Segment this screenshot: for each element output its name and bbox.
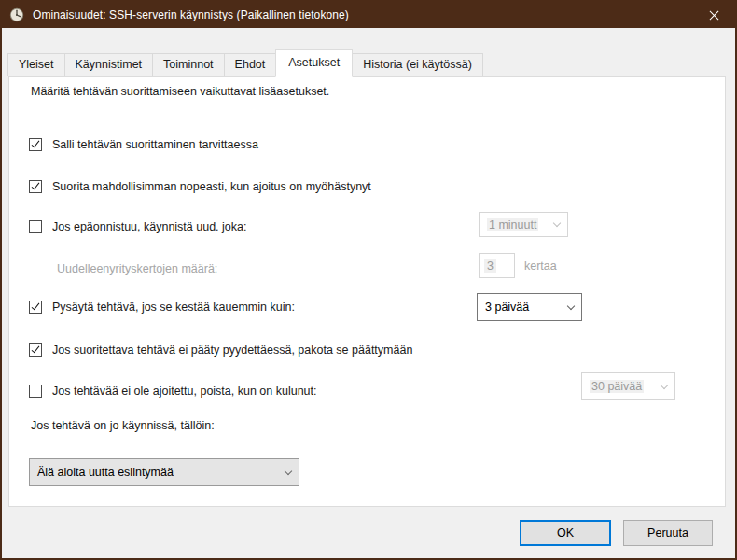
retry-count-label: Uudelleenyrityskertojen määrä: [57,262,217,275]
ok-button[interactable]: OK [520,520,611,546]
delete-age-value: 30 päivää [590,380,644,393]
force-stop-label[interactable]: Jos suoritettava tehtävä ei pääty pyydet… [52,343,412,357]
settings-tab-page: Määritä tehtävän suorittamiseen vaikutta… [8,76,726,507]
delete-age-combobox: 30 päivää [581,372,675,400]
restart-interval-value: 1 minuutt [487,218,538,231]
stop-duration-combobox[interactable]: 3 päivää [477,293,582,321]
check-icon [32,139,40,148]
close-icon [709,10,719,21]
tab-ehdot[interactable]: Ehdot [224,53,277,76]
check-icon [32,344,40,354]
tab-strip: Yleiset Käynnistimet Toiminnot Ehdot Ase… [7,49,482,76]
retry-count-value: 3 [484,259,496,273]
restart-on-failure-row: Jos epäonnistuu, käynnistä uud. joka: [29,220,246,233]
clock-icon [9,7,24,22]
already-running-combobox[interactable]: Älä aloita uutta esiintymää [29,458,299,486]
already-running-value: Älä aloita uutta esiintymää [37,466,174,479]
delete-task-checkbox[interactable] [29,385,42,398]
chevron-down-icon [567,301,575,309]
run-asap-label[interactable]: Suorita mahdollisimman nopeasti, kun ajo… [52,180,371,193]
check-icon [32,181,40,190]
tab-historia[interactable]: Historia (ei käytössä) [352,53,483,76]
stop-if-longer-row: Pysäytä tehtävä, jos se kestää kauemmin … [29,301,295,314]
run-asap-row: Suorita mahdollisimman nopeasti, kun ajo… [29,180,371,193]
allow-on-demand-label[interactable]: Salli tehtävän suorittaminen tarvittaess… [52,138,258,151]
stop-duration-value: 3 päivää [485,301,529,314]
already-running-label: Jos tehtävä on jo käynnissä, tällöin: [31,419,215,432]
stop-if-longer-checkbox[interactable] [29,301,42,314]
tab-toiminnot[interactable]: Toiminnot [152,53,225,76]
chevron-down-icon [553,219,561,227]
restart-on-failure-label[interactable]: Jos epäonnistuu, käynnistä uud. joka: [52,220,246,233]
properties-dialog: Ominaisuudet: SSH-serverin käynnistys (P… [0,0,737,560]
force-stop-checkbox[interactable] [29,343,42,357]
tab-yleiset[interactable]: Yleiset [7,53,65,76]
close-button[interactable] [693,2,735,28]
titlebar: Ominaisuudet: SSH-serverin käynnistys (P… [2,2,735,28]
chevron-down-icon [285,467,292,474]
intro-text: Määritä tehtävän suorittamiseen vaikutta… [31,85,329,98]
force-stop-row: Jos suoritettava tehtävä ei pääty pyydet… [29,343,412,357]
tab-kaynnistimet[interactable]: Käynnistimet [64,53,154,76]
delete-task-row: Jos tehtävää ei ole ajoitettu, poista, k… [29,385,317,398]
chevron-down-icon [661,381,668,388]
stop-if-longer-label[interactable]: Pysäytä tehtävä, jos se kestää kauemmin … [52,301,295,314]
allow-on-demand-row: Salli tehtävän suorittaminen tarvittaess… [29,138,258,151]
retry-count-input: 3 [479,253,515,278]
restart-on-failure-checkbox[interactable] [29,220,42,233]
delete-task-label[interactable]: Jos tehtävää ei ole ajoitettu, poista, k… [52,385,317,398]
window-title: Ominaisuudet: SSH-serverin käynnistys (P… [33,8,349,21]
run-asap-checkbox[interactable] [29,180,42,193]
retry-count-suffix: kertaa [524,259,557,273]
check-icon [32,301,40,311]
cancel-button[interactable]: Peruuta [623,520,713,546]
allow-on-demand-checkbox[interactable] [29,138,42,151]
tab-asetukset[interactable]: Asetukset [275,49,353,77]
restart-interval-combobox: 1 minuutt [479,212,568,237]
